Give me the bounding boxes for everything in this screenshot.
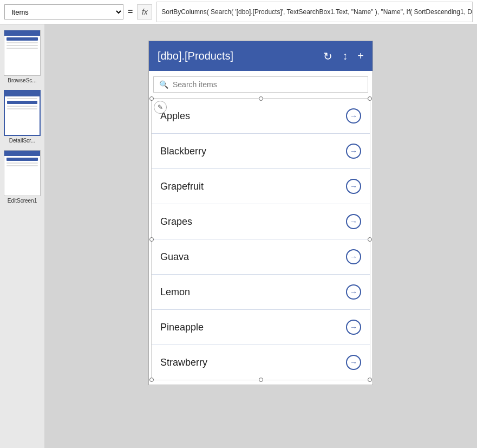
items-dropdown[interactable]: Items: [4, 4, 123, 20]
detail-screen-label: DetailScr...: [9, 138, 35, 144]
list-item[interactable]: Grapes →: [152, 204, 370, 239]
arrow-button[interactable]: →: [346, 108, 361, 124]
handle-top-right[interactable]: [368, 96, 372, 101]
arrow-button[interactable]: →: [346, 144, 361, 159]
list-item[interactable]: Guava →: [152, 239, 370, 275]
arrow-button[interactable]: →: [346, 179, 361, 194]
arrow-icon: →: [350, 358, 357, 367]
edit-pencil-button[interactable]: ✎: [154, 101, 167, 114]
list-item[interactable]: Apples →: [152, 99, 370, 134]
formula-icon: fx: [137, 4, 152, 20]
arrow-icon: →: [350, 182, 357, 191]
arrow-icon: →: [350, 323, 357, 332]
header-icons: ↻ ↕ +: [323, 50, 364, 63]
sidebar-item-browse[interactable]: BrowseSc...: [3, 30, 41, 83]
canvas: [dbo].[Products] ↻ ↕ + 🔍: [44, 24, 477, 448]
search-input[interactable]: [173, 80, 362, 89]
list-container: ✎ Apples → Blackberry → Grapefruit →: [151, 98, 370, 380]
handle-top-mid[interactable]: [259, 96, 263, 101]
arrow-button[interactable]: →: [346, 355, 361, 370]
handle-mid-left[interactable]: [149, 237, 154, 242]
search-icon: 🔍: [159, 80, 168, 89]
arrow-button[interactable]: →: [346, 320, 361, 335]
item-name: Grapes: [160, 216, 192, 228]
app-title: [dbo].[Products]: [158, 50, 233, 62]
refresh-icon[interactable]: ↻: [323, 50, 332, 63]
equals-sign: =: [128, 7, 133, 17]
item-name: Pineapple: [160, 322, 204, 333]
search-bar: 🔍: [153, 76, 368, 93]
item-name: Strawberry: [160, 357, 207, 368]
app-header: [dbo].[Products] ↻ ↕ +: [149, 41, 373, 71]
arrow-icon: →: [350, 147, 357, 155]
list-item[interactable]: Lemon →: [152, 275, 370, 310]
list-item[interactable]: Grapefruit →: [152, 169, 370, 204]
arrow-icon: →: [350, 112, 357, 120]
browse-screen-label: BrowseSc...: [8, 77, 36, 83]
arrow-button[interactable]: →: [346, 249, 361, 264]
handle-top-left[interactable]: [149, 96, 154, 101]
arrow-icon: →: [350, 288, 357, 296]
app-frame: [dbo].[Products] ↻ ↕ + 🔍: [148, 41, 373, 385]
arrow-icon: →: [350, 252, 357, 261]
list-item[interactable]: Pineapple →: [152, 310, 370, 345]
formula-bar[interactable]: SortByColumns( Search( '[dbo].[Products]…: [156, 2, 473, 22]
formula-text: SortByColumns( Search( '[dbo].[Products]…: [161, 8, 473, 16]
handle-bottom-left[interactable]: [149, 378, 154, 382]
sidebar: BrowseSc... DetailScr... EditScreen1: [0, 24, 44, 448]
handle-bottom-right[interactable]: [368, 378, 372, 382]
list-item[interactable]: Strawberry →: [152, 345, 370, 380]
toolbar: Items = fx SortByColumns( Search( '[dbo]…: [0, 0, 477, 24]
item-name: Grapefruit: [160, 181, 204, 192]
sidebar-item-detail[interactable]: DetailScr...: [3, 90, 41, 144]
item-name: Lemon: [160, 287, 190, 298]
handle-bottom-mid[interactable]: [259, 378, 263, 382]
item-name: Blackberry: [160, 146, 206, 157]
sort-icon[interactable]: ↕: [342, 50, 348, 62]
sidebar-item-edit[interactable]: EditScreen1: [3, 150, 41, 204]
handle-mid-right[interactable]: [368, 237, 372, 242]
list-item[interactable]: Blackberry →: [152, 134, 370, 169]
add-icon[interactable]: +: [357, 50, 364, 62]
item-name: Guava: [160, 251, 189, 263]
edit-screen-label: EditScreen1: [8, 198, 37, 204]
pencil-icon: ✎: [158, 103, 163, 111]
arrow-button[interactable]: →: [346, 284, 361, 300]
arrow-icon: →: [350, 217, 357, 226]
arrow-button[interactable]: →: [346, 214, 361, 229]
